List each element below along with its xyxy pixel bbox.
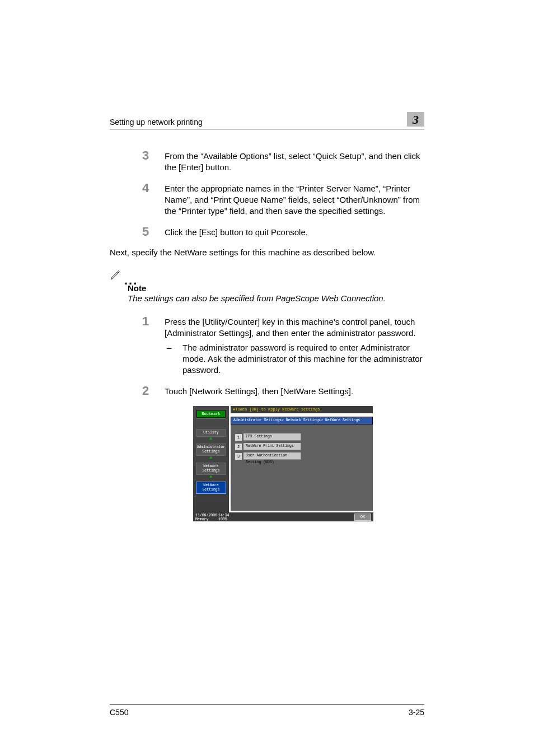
status-time-memory: 14:34 100% (218, 514, 229, 521)
note-text: The settings can also be specified from … (110, 293, 424, 304)
screenshot-status-bar: 11/09/2006 Memory 14:34 100% OK (193, 512, 373, 521)
arrow-up-icon: ▲ (193, 475, 229, 478)
step-number: 3 (142, 150, 165, 173)
sidebar-item-network-settings[interactable]: Network Settings (196, 463, 226, 475)
arrow-up-icon: ▲ (193, 456, 229, 459)
step-text: Click the [Esc] button to quit Pconsole. (165, 226, 424, 238)
netware-print-settings-button[interactable]: NetWare Print Settings (243, 443, 301, 450)
sidebar-item-netware-settings[interactable]: NetWare Settings (196, 482, 226, 494)
screenshot-main-panel: 1 IPX Settings 2 NetWare Print Settings … (231, 424, 373, 511)
menu-number: 1 (235, 434, 242, 441)
step-text: Press the [Utility/Counter] key in this … (165, 315, 424, 376)
ipx-settings-button[interactable]: IPX Settings (243, 433, 301, 441)
ellipsis-icon: ... (124, 278, 138, 283)
menu-number: 2 (235, 444, 242, 450)
screenshot-breadcrumb: Administrator Settings> Network Settings… (231, 417, 373, 424)
step-3: 3 From the “Available Options” list, sel… (142, 150, 424, 173)
step-number: 4 (142, 182, 165, 217)
bookmark-button[interactable]: Bookmark (196, 410, 226, 418)
sub-step-text: The administrator password is required t… (182, 342, 424, 376)
step-4: 4 Enter the appropriate names in the “Pr… (142, 182, 424, 217)
footer-page-number: 3-25 (409, 708, 424, 717)
ok-button[interactable]: OK (354, 514, 371, 521)
step-number: 1 (142, 315, 165, 376)
sidebar-item-admin-settings[interactable]: Administrator Settings (196, 444, 226, 456)
page-footer: C550 3-25 (110, 704, 424, 717)
step-number: 5 (142, 226, 165, 238)
transition-paragraph: Next, specify the NetWare settings for t… (110, 247, 424, 258)
device-screenshot: Bookmark Utility ▲ Administrator Setting… (193, 406, 373, 521)
chapter-number-badge: 3 (407, 112, 424, 127)
page-header: Setting up network printing 3 (110, 112, 424, 129)
step-1: 1 Press the [Utility/Counter] key in thi… (142, 315, 424, 376)
arrow-up-icon: ▲ (193, 437, 229, 440)
note-label: Note (110, 283, 424, 293)
dash-bullet: – (165, 342, 182, 376)
screenshot-hint-bar: ♦Touch [OK] to apply NetWare settings. (231, 406, 373, 413)
step-2: 2 Touch [Network Settings], then [NetWar… (142, 385, 424, 397)
note-block: ... Note The settings can also be specif… (110, 269, 424, 304)
status-date-time: 11/09/2006 Memory (195, 514, 217, 521)
user-auth-nds-button[interactable]: User Authentication Setting (NDS) (243, 452, 301, 460)
section-title: Setting up network printing (110, 118, 203, 127)
footer-model: C550 (110, 708, 128, 717)
step-text: Touch [Network Settings], then [NetWare … (165, 385, 424, 397)
step-number: 2 (142, 385, 165, 397)
step-text: From the “Available Options” list, selec… (165, 150, 424, 173)
step-text: Enter the appropriate names in the “Prin… (165, 182, 424, 217)
pencil-icon (110, 269, 121, 282)
screenshot-sidebar: Bookmark Utility ▲ Administrator Setting… (193, 406, 229, 512)
menu-number: 3 (235, 453, 242, 460)
step-5: 5 Click the [Esc] button to quit Pconsol… (142, 226, 424, 238)
